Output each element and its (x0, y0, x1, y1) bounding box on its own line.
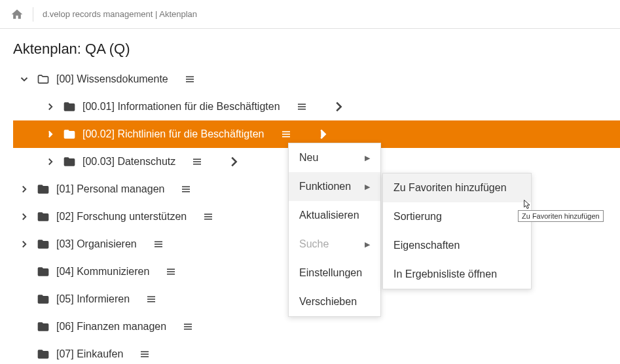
tooltip: Zu Favoriten hinzufügen (518, 210, 604, 222)
tree-node-06[interactable]: [06] Finanzen managen (13, 313, 620, 340)
chevron-right-icon[interactable] (45, 128, 56, 140)
hamburger-icon[interactable] (191, 156, 203, 168)
tree-node-label: [01] Personal managen (56, 183, 164, 195)
menu-item-label: Funktionen (299, 181, 351, 192)
home-icon[interactable] (10, 8, 24, 21)
hamburger-icon[interactable] (139, 348, 151, 360)
menu-item-neu[interactable]: Neu ▶ (289, 143, 380, 172)
arrow-right-icon[interactable] (331, 100, 346, 114)
hamburger-icon[interactable] (180, 183, 192, 195)
breadcrumb: d.velop records management | Aktenplan (43, 9, 197, 19)
folder-icon (63, 100, 76, 113)
chevron-right-icon: ▶ (365, 183, 370, 191)
hamburger-icon[interactable] (202, 211, 214, 223)
hamburger-icon[interactable] (296, 101, 308, 113)
tree-node-07[interactable]: [07] Einkaufen (13, 340, 620, 364)
menu-item-favoriten[interactable]: Zu Favoriten hinzufügen (383, 173, 531, 202)
tree-node-root[interactable]: [00] Wissensdokumente (13, 65, 620, 93)
tree-node-label: [03] Organisieren (56, 238, 137, 250)
chevron-right-icon: ▶ (365, 154, 370, 162)
folder-icon (37, 210, 50, 223)
folder-icon (37, 293, 50, 306)
tree-node-label: [06] Finanzen managen (56, 321, 166, 333)
chevron-right-icon[interactable] (45, 101, 56, 113)
hamburger-icon[interactable] (184, 73, 196, 85)
folder-icon (63, 155, 76, 168)
folder-icon (37, 265, 50, 278)
folder-icon (63, 128, 76, 141)
menu-item-ergebnisliste[interactable]: In Ergebnisliste öffnen (383, 260, 531, 289)
chevron-right-icon[interactable] (18, 211, 30, 223)
tree-node-label: [05] Informieren (56, 293, 130, 305)
folder-icon (37, 320, 50, 333)
menu-item-label: Sortierung (393, 211, 442, 223)
menu-item-label: Verschieben (299, 296, 357, 308)
tree-node-label: [00.03] Datenschutz (82, 156, 175, 168)
menu-item-verschieben[interactable]: Verschieben (289, 287, 380, 316)
folder-icon (37, 183, 50, 196)
menu-item-funktionen[interactable]: Funktionen ▶ (289, 172, 380, 201)
tree-node-label: [00.01] Informationen für die Beschäftig… (82, 101, 280, 113)
folder-outline-icon (37, 73, 50, 86)
menu-item-label: Zu Favoriten hinzufügen (393, 182, 507, 194)
context-menu-primary: Neu ▶ Funktionen ▶ Aktualisieren Suche ▶… (288, 143, 381, 317)
chevron-right-icon[interactable] (18, 183, 30, 195)
tree-node-0001[interactable]: [00.01] Informationen für die Beschäftig… (13, 93, 620, 120)
hamburger-icon[interactable] (280, 128, 292, 140)
menu-item-eigenschaften[interactable]: Eigenschaften (383, 231, 531, 260)
folder-icon (37, 238, 50, 251)
menu-item-einstellungen[interactable]: Einstellungen (289, 259, 380, 287)
menu-item-label: In Ergebnisliste öffnen (393, 268, 497, 280)
chevron-down-icon[interactable] (18, 73, 30, 85)
menu-item-label: Suche (299, 238, 329, 250)
tree-node-label: [00.02] Richtlinien für die Beschäftigte… (82, 128, 264, 140)
menu-item-label: Eigenschaften (393, 240, 460, 251)
chevron-right-icon[interactable] (45, 156, 56, 168)
menu-item-aktualisieren[interactable]: Aktualisieren (289, 201, 380, 230)
topbar-divider (33, 7, 33, 22)
menu-item-label: Einstellungen (299, 267, 362, 279)
tree-node-label: [02] Forschung unterstützen (56, 211, 187, 223)
page-title: Aktenplan: QA (Q) (0, 29, 620, 65)
hamburger-icon[interactable] (145, 293, 157, 305)
arrow-right-icon[interactable] (316, 127, 330, 141)
hamburger-icon[interactable] (182, 321, 194, 333)
menu-item-suche[interactable]: Suche ▶ (289, 230, 380, 259)
tree-node-label: [04] Kommunizieren (56, 266, 149, 278)
context-menu-secondary: Zu Favoriten hinzufügen Sortierung Eigen… (382, 173, 532, 289)
chevron-right-icon: ▶ (365, 240, 370, 249)
chevron-right-icon[interactable] (18, 238, 30, 250)
menu-item-label: Neu (299, 152, 318, 164)
folder-icon (37, 348, 50, 361)
hamburger-icon[interactable] (153, 238, 164, 250)
hamburger-icon[interactable] (165, 266, 177, 278)
menu-item-sortierung[interactable]: Sortierung (383, 202, 531, 231)
tree-node-label: [07] Einkaufen (56, 348, 123, 360)
menu-item-label: Aktualisieren (299, 209, 359, 221)
arrow-right-icon[interactable] (227, 155, 241, 169)
tree-node-label: [00] Wissensdokumente (56, 73, 168, 85)
topbar: d.velop records management | Aktenplan (0, 0, 620, 29)
